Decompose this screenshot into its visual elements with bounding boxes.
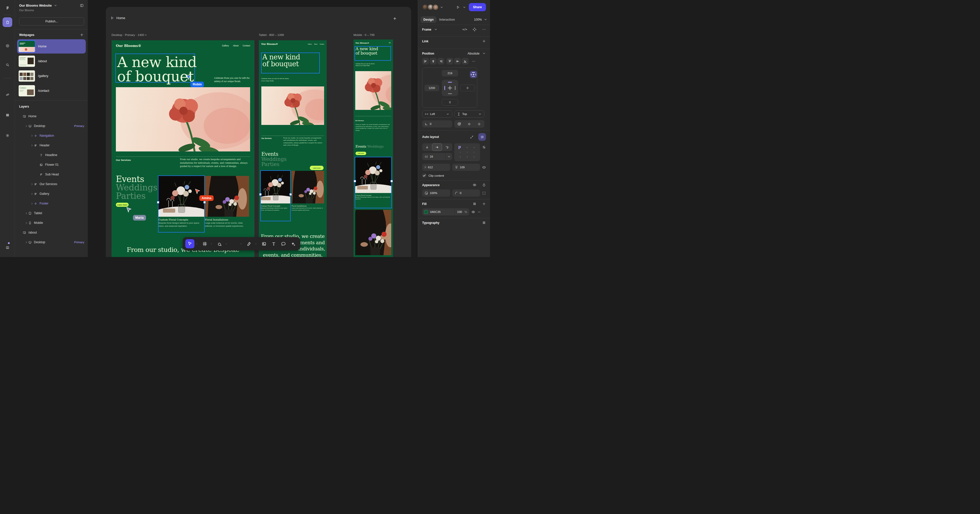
settings-gear-icon[interactable] [3, 130, 12, 140]
site-nav[interactable]: Our Blooms® [355, 41, 391, 44]
layer-row-SubHead[interactable]: Sub Head [15, 170, 88, 179]
library-book-icon[interactable] [3, 243, 12, 252]
event-type[interactable]: Events [355, 144, 366, 148]
site-nav[interactable]: Our Blooms® GalleryAboutContact [116, 43, 250, 48]
collapse-sidebar-icon[interactable] [80, 3, 84, 7]
width-input[interactable]: X 612 [422, 164, 450, 171]
actions-tool-button[interactable] [288, 239, 298, 248]
publish-button[interactable]: Publish... [19, 17, 84, 25]
position-bottom-input[interactable]: 0 [442, 99, 458, 106]
services-label[interactable]: Our Services [116, 159, 131, 162]
flower-hero-image[interactable] [261, 86, 324, 125]
webpage-item-gallery[interactable]: /gallery [17, 69, 86, 83]
cms-icon[interactable] [3, 110, 12, 120]
dev-code-icon[interactable]: </> [463, 28, 467, 31]
layer-row-Gallery[interactable]: Gallery [15, 189, 88, 198]
position-mode-chevron-icon[interactable] [482, 51, 486, 56]
vertical-padding-input[interactable]: 109 [452, 164, 480, 171]
layer-chevron-icon[interactable] [25, 212, 28, 215]
site-nav[interactable]: Our Blooms® GalleryAboutContact [261, 42, 324, 46]
select-tool-chevron-icon[interactable] [195, 243, 198, 245]
site-tagline[interactable]: Celebrate those you care for with the ar… [355, 63, 379, 67]
fill-opacity-input[interactable]: 100 % [455, 208, 469, 216]
rotate-button[interactable] [454, 120, 464, 128]
position-left-input[interactable]: 1200 [425, 85, 439, 91]
site-headline[interactable]: A new kindof bouquet [355, 47, 378, 56]
selection-handle[interactable] [354, 180, 356, 182]
learn-more-button[interactable]: Learn more [355, 152, 366, 155]
layer-chevron-icon[interactable] [25, 241, 28, 244]
align-left-button[interactable] [422, 58, 429, 65]
card-selection-box[interactable] [355, 157, 392, 208]
services-text[interactable]: From our studio, we create bespoke arran… [180, 158, 250, 168]
services-label[interactable]: Our Services [261, 137, 272, 139]
breakpoint-label-tablet[interactable]: Tablet · 800 – 1399 [259, 33, 284, 36]
present-chevron-icon[interactable] [463, 5, 466, 9]
v-anchor-select[interactable]: Top [454, 110, 484, 117]
flower-hero-image[interactable] [355, 71, 391, 110]
pencil-tool-chevron-icon[interactable] [254, 243, 257, 245]
site-nav-link[interactable]: About [233, 44, 239, 47]
layer-chevron-icon[interactable] [30, 192, 34, 195]
layer-row-Header[interactable]: Header [15, 141, 88, 150]
layer-row-Desktop[interactable]: DesktopPrimary [15, 237, 88, 247]
pages-tool-icon[interactable] [3, 17, 12, 27]
position-right-input[interactable]: 0 [460, 85, 475, 91]
breakpoint-label-desktop[interactable]: Desktop · Primary · 1400 + [111, 33, 147, 36]
layer-row-Headline[interactable]: Headline [15, 150, 88, 160]
add-webpage-icon[interactable] [80, 33, 84, 37]
layer-chevron-icon[interactable] [30, 202, 34, 205]
h-anchor-select[interactable]: Left [422, 110, 452, 117]
comment-tool-button[interactable] [279, 239, 288, 248]
interactions-icon[interactable] [3, 90, 12, 100]
webpage-item-about[interactable]: /about [17, 54, 86, 68]
layer-row-Navigation[interactable]: Navigation [15, 131, 88, 141]
play-page-icon[interactable] [110, 16, 114, 20]
layer-chevron-icon[interactable] [30, 144, 34, 147]
rectangle-tool-button[interactable] [230, 239, 239, 248]
align-h-center-button[interactable] [430, 58, 437, 65]
site-headline[interactable]: A new kindof bouquet [117, 55, 197, 84]
services-text[interactable]: From our studio, we create bespoke arran… [283, 137, 324, 146]
flip-horizontal-button[interactable] [464, 120, 474, 128]
layer-row-Home[interactable]: Home [15, 111, 88, 121]
position-anchor-pad[interactable] [442, 80, 458, 96]
webpage-item-contact[interactable]: Contact/contact [17, 84, 86, 98]
layer-chevron-icon[interactable] [30, 182, 34, 186]
avatars-chevron-icon[interactable] [440, 5, 444, 9]
learn-more-button[interactable]: Learn more [310, 166, 324, 170]
layer-row-about[interactable]: /about [15, 228, 88, 237]
align-top-button[interactable] [446, 58, 453, 65]
site-nav-link[interactable]: Gallery [308, 43, 312, 45]
corner-radius-input[interactable]: 0 [452, 189, 480, 197]
layer-row-Desktop[interactable]: DesktopPrimary [15, 121, 88, 131]
site-nav-link[interactable]: Gallery [222, 44, 229, 47]
fill-color-control[interactable]: 0A5C35 100 % [422, 208, 469, 216]
text-tool-button[interactable] [269, 239, 278, 248]
align-bottom-button[interactable] [462, 58, 469, 65]
position-mode[interactable]: Absolute [468, 52, 479, 56]
page-tab[interactable]: Home [110, 16, 125, 20]
hamburger-icon[interactable] [388, 41, 391, 44]
add-fill-icon[interactable] [482, 202, 486, 206]
site-tagline[interactable]: Celebrate those you care for with the ar… [214, 76, 250, 83]
selection-handle[interactable] [290, 193, 292, 195]
zoom-level[interactable]: 100% [474, 18, 482, 21]
site-headline[interactable]: A new kindof bouquet [262, 54, 300, 67]
align-right-button[interactable] [438, 58, 444, 65]
card-selection-box[interactable] [158, 175, 205, 233]
auto-layout-active-toggle[interactable] [478, 133, 486, 141]
services-text[interactable]: From our studio, we create bespoke arran… [355, 124, 391, 132]
shrink-icon[interactable] [470, 135, 474, 139]
position-top-input[interactable]: 216 [442, 70, 458, 76]
avatar[interactable] [432, 4, 439, 10]
search-icon[interactable] [3, 60, 12, 70]
selection-handle[interactable] [259, 193, 262, 195]
layout-wrap-button[interactable] [442, 143, 452, 151]
site-nav-link[interactable]: Contact [243, 44, 250, 47]
service-card[interactable]: Floral Installations Large-scale botanic… [355, 210, 391, 257]
figma-logo-icon[interactable] [3, 3, 12, 13]
select-tool-button[interactable] [185, 239, 194, 248]
gap-input[interactable]: 16 [422, 153, 452, 160]
selection-handle[interactable] [390, 180, 393, 182]
